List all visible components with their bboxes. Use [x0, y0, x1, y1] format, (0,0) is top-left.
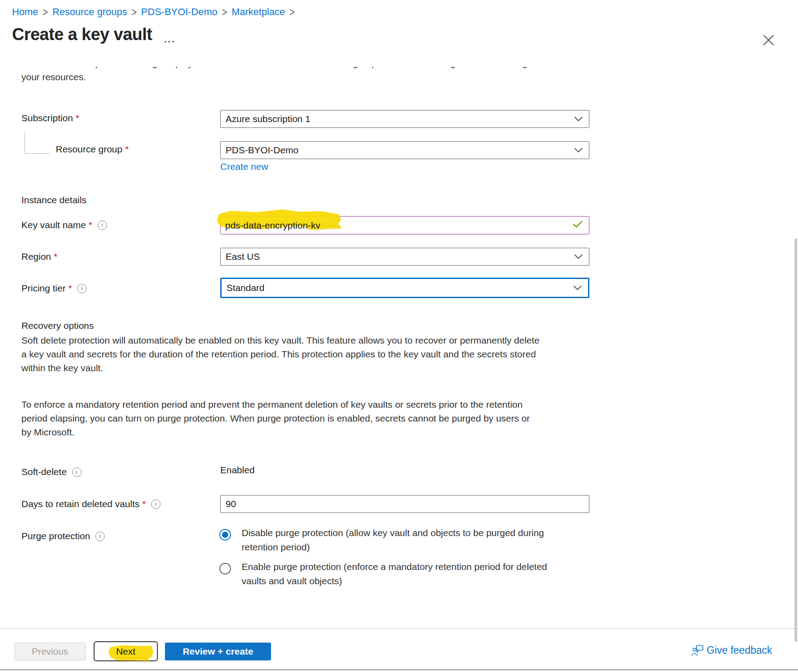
soft-delete-label-row: Soft-delete i — [21, 467, 82, 477]
instance-details-heading: Instance details — [21, 195, 86, 205]
breadcrumb-home[interactable]: Home — [12, 6, 38, 18]
breadcrumb-separator-icon: > — [132, 6, 137, 19]
pricing-tier-label-row: Pricing tier * i — [21, 283, 86, 294]
purge-paragraph-line: by Microsoft. — [21, 427, 74, 438]
required-asterisk: * — [89, 220, 92, 230]
chevron-down-icon — [574, 148, 583, 153]
radio-enable-purge-protection[interactable] — [219, 563, 231, 574]
footer-divider — [0, 628, 798, 629]
page-title: Create a key vault — [12, 25, 152, 44]
recovery-options-heading: Recovery options — [21, 320, 94, 331]
close-icon — [763, 34, 774, 46]
give-feedback-link[interactable]: Give feedback — [691, 644, 772, 656]
radio-disable-label-line: retention period) — [242, 542, 310, 553]
intro-clipped-line: Select the subscription to manage deploy… — [21, 67, 681, 70]
required-asterisk: * — [142, 499, 146, 509]
purge-protection-label-row: Purge protection i — [21, 531, 105, 541]
radio-enable-label-line: vaults and vault objects) — [242, 576, 342, 586]
resource-group-label-row: Resource group * — [56, 144, 129, 155]
resource-group-select[interactable]: PDS-BYOI-Demo — [220, 141, 589, 159]
days-retain-label-row: Days to retain deleted vaults * i — [21, 499, 160, 509]
info-icon[interactable]: i — [98, 221, 107, 230]
purge-paragraph-line: To enforce a mandatory retention period … — [21, 399, 522, 410]
next-button-label: Next — [116, 646, 135, 657]
resource-group-label: Resource group — [56, 144, 122, 155]
pricing-tier-select[interactable]: Standard — [220, 278, 589, 298]
info-icon[interactable]: i — [72, 467, 82, 477]
recovery-paragraph-line: within the key vault. — [21, 363, 103, 373]
vertical-scrollbar[interactable] — [794, 238, 797, 642]
breadcrumb-separator-icon: > — [43, 6, 48, 19]
breadcrumb-separator-icon: > — [289, 6, 295, 19]
pricing-tier-label: Pricing tier — [21, 283, 66, 294]
next-button[interactable]: Next — [94, 641, 158, 661]
radio-enable-label-line: Enable purge protection (enforce a manda… — [242, 561, 547, 572]
radio-disable-label-line: Disable purge protection (allow key vaul… — [242, 528, 544, 538]
required-asterisk: * — [76, 113, 79, 123]
required-asterisk: * — [68, 283, 72, 294]
key-vault-name-label: Key vault name — [21, 220, 86, 230]
region-value: East US — [226, 251, 260, 262]
create-key-vault-page: Home > Resource groups > PDS-BYOI-Demo >… — [0, 0, 798, 672]
required-asterisk: * — [54, 251, 58, 262]
valid-check-icon — [572, 220, 583, 228]
subscription-label-row: Subscription * — [21, 113, 79, 123]
give-feedback-label: Give feedback — [707, 644, 772, 656]
info-icon[interactable]: i — [151, 500, 160, 509]
region-label-row: Region * — [21, 251, 58, 262]
feedback-person-icon — [691, 645, 703, 656]
purge-paragraph-line: period elapsing, you can turn on purge p… — [21, 413, 530, 424]
region-label: Region — [21, 251, 51, 262]
intro-text-clipped: Select the subscription to manage deploy… — [21, 67, 681, 88]
key-vault-name-value: pds-data-encryption-kv — [225, 220, 321, 231]
breadcrumb-pds-byoi-demo[interactable]: PDS-BYOI-Demo — [141, 6, 218, 18]
soft-delete-label: Soft-delete — [21, 467, 67, 477]
key-vault-name-label-row: Key vault name * i — [21, 220, 107, 230]
bottom-border — [0, 669, 798, 670]
days-retain-label: Days to retain deleted vaults — [21, 499, 140, 509]
days-retain-input[interactable]: 90 — [220, 495, 589, 513]
chevron-down-icon — [573, 286, 582, 291]
required-asterisk: * — [125, 144, 128, 155]
breadcrumb-separator-icon: > — [222, 6, 227, 19]
intro-visible-line: your resources. — [21, 70, 681, 84]
subscription-value: Azure subscription 1 — [226, 114, 310, 124]
subscription-select[interactable]: Azure subscription 1 — [220, 110, 589, 128]
review-create-button-label: Review + create — [183, 646, 253, 657]
info-icon[interactable]: i — [77, 284, 86, 293]
review-create-button[interactable]: Review + create — [165, 643, 271, 660]
subscription-label: Subscription — [21, 113, 73, 123]
radio-selected-dot — [222, 532, 228, 538]
info-icon[interactable]: i — [95, 532, 105, 541]
days-retain-value: 90 — [226, 499, 236, 509]
region-select[interactable]: East US — [220, 248, 589, 266]
create-new-link[interactable]: Create new — [220, 161, 268, 172]
more-options-button[interactable]: ... — [164, 34, 176, 45]
breadcrumb-marketplace[interactable]: Marketplace — [231, 6, 285, 18]
previous-button[interactable]: Previous — [14, 643, 86, 660]
soft-delete-value: Enabled — [220, 465, 255, 475]
resource-group-value: PDS-BYOI-Demo — [226, 145, 298, 156]
radio-disable-purge-protection[interactable] — [219, 529, 231, 541]
breadcrumb: Home > Resource groups > PDS-BYOI-Demo >… — [12, 6, 295, 18]
recovery-paragraph-line: Soft delete protection will automaticall… — [21, 335, 539, 346]
subscription-connector-line — [25, 153, 49, 154]
subscription-connector-line — [25, 132, 25, 153]
recovery-paragraph-line: a key vault and secrets for the duration… — [21, 349, 536, 360]
purge-protection-label: Purge protection — [21, 531, 90, 541]
chevron-down-icon — [574, 117, 583, 122]
breadcrumb-resource-groups[interactable]: Resource groups — [52, 6, 127, 18]
chevron-down-icon — [574, 254, 583, 259]
close-button[interactable] — [761, 32, 777, 48]
previous-button-label: Previous — [32, 646, 68, 657]
pricing-tier-value: Standard — [226, 283, 264, 293]
